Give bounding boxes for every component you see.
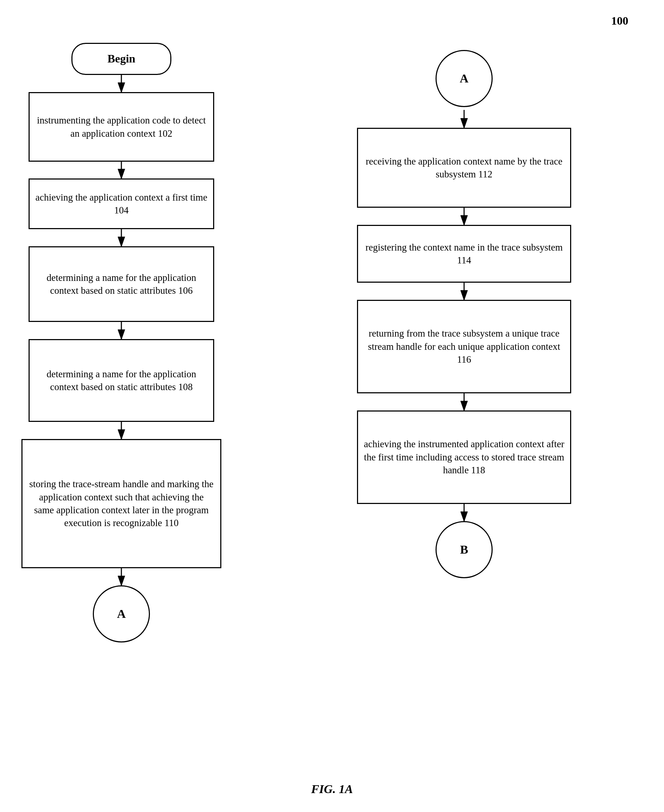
box-102: instrumenting the application code to de… <box>29 92 214 162</box>
box-110: storing the trace-stream handle and mark… <box>21 439 221 568</box>
box-104: achieving the application context a firs… <box>29 179 214 229</box>
flowchart: Begin instrumenting the application code… <box>0 21 664 799</box>
fig-caption: FIG. 1A <box>311 783 353 796</box>
box-116: returning from the trace subsystem a uni… <box>357 300 571 393</box>
connector-a-bottom: A <box>93 585 150 643</box>
page: 100 <box>0 0 664 812</box>
box-106: determining a name for the application c… <box>29 246 214 322</box>
connector-b-bottom: B <box>436 521 493 578</box>
connector-a-top: A <box>436 50 493 107</box>
box-114: registering the context name in the trac… <box>357 225 571 283</box>
box-108: determining a name for the application c… <box>29 339 214 422</box>
box-112: receiving the application context name b… <box>357 128 571 208</box>
begin-shape: Begin <box>72 43 171 75</box>
box-118: achieving the instrumented application c… <box>357 410 571 504</box>
